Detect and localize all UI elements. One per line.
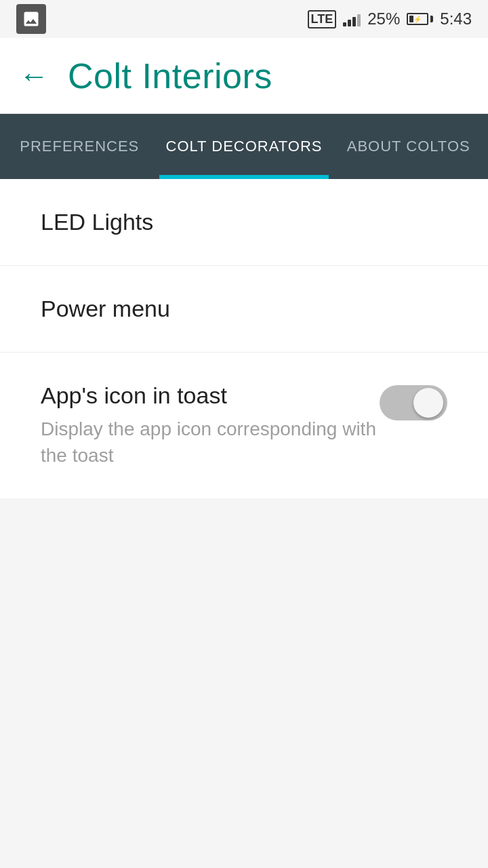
content-area: LED Lights Power menu App's icon in toas… (0, 179, 488, 498)
app-icon-toast-item[interactable]: App's icon in toast Display the app icon… (0, 353, 488, 498)
app-icon-toast-title: App's icon in toast (41, 382, 227, 408)
battery-icon: ⚡ (407, 13, 433, 25)
lte-indicator: LTE (308, 10, 337, 28)
tab-preferences[interactable]: PREFERENCES (0, 114, 159, 179)
led-lights-title: LED Lights (41, 209, 153, 235)
tab-about-coltos[interactable]: ABOUT COLTOS (329, 114, 488, 179)
tab-colt-decorators[interactable]: COLT DECORATORS (159, 114, 329, 179)
app-bar: ← Colt Interiors (0, 38, 488, 114)
signal-icon (343, 12, 361, 26)
power-menu-row: Power menu (41, 296, 447, 322)
app-icon-toast-row: App's icon in toast Display the app icon… (41, 382, 447, 469)
app-title: Colt Interiors (68, 56, 272, 96)
clock: 5:43 (440, 9, 472, 28)
tab-bar: PREFERENCES COLT DECORATORS ABOUT COLTOS (0, 114, 488, 179)
led-lights-item[interactable]: LED Lights (0, 179, 488, 266)
app-icon-toast-text: App's icon in toast Display the app icon… (41, 382, 380, 469)
led-lights-row: LED Lights (41, 209, 447, 235)
power-menu-item[interactable]: Power menu (0, 266, 488, 353)
status-bar-right: LTE 25% ⚡ 5:43 (308, 9, 472, 28)
power-menu-title: Power menu (41, 296, 170, 322)
photo-icon (16, 4, 46, 34)
app-icon-toast-toggle[interactable] (380, 385, 447, 420)
status-bar: LTE 25% ⚡ 5:43 (0, 0, 488, 38)
app-icon-toast-description: Display the app icon corresponding with … (41, 416, 380, 469)
tab-colt-decorators-indicator (159, 175, 329, 179)
tab-about-coltos-label: ABOUT COLTOS (347, 138, 470, 155)
status-bar-photo (16, 4, 46, 34)
battery-percent: 25% (367, 9, 400, 28)
back-button[interactable]: ← (19, 61, 49, 91)
tab-colt-decorators-label: COLT DECORATORS (166, 138, 323, 155)
tab-preferences-label: PREFERENCES (20, 138, 139, 155)
toggle-knob (413, 388, 443, 418)
